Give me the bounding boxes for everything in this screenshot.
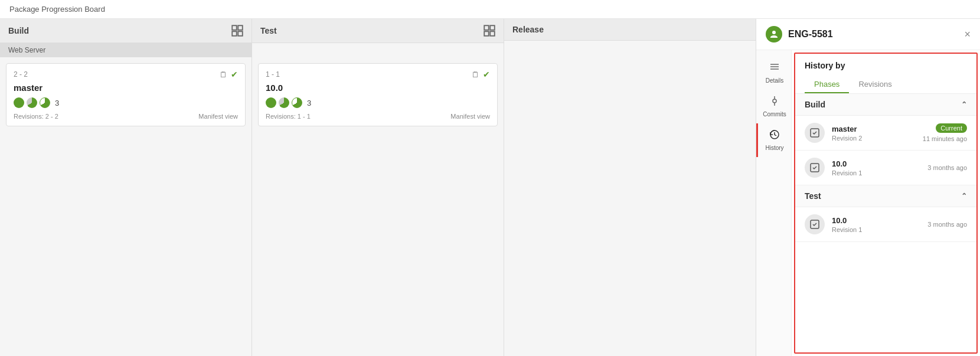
file-icon-10: 🗒	[472, 70, 479, 79]
revision-icon-10-test	[805, 214, 825, 234]
column-header-build: Build	[0, 19, 251, 43]
sidebar-content: Details Commits History	[756, 50, 980, 356]
manifest-link-master[interactable]: Manifest view	[198, 113, 238, 120]
phase-toggle-build[interactable]: ⌃	[961, 100, 967, 109]
nav-label-commits: Commits	[763, 111, 786, 117]
card-icons-master: 🗒 ✔	[220, 70, 238, 79]
file-icon-master: 🗒	[220, 70, 227, 79]
card-10: 1 - 1 🗒 ✔ 10.0 3	[258, 63, 498, 126]
revision-name-10-build: 10.0	[832, 159, 920, 168]
revision-time-10-build: 3 months ago	[927, 164, 967, 171]
revision-info-10-test: 10.0 Revision 1	[832, 216, 920, 233]
sidebar-avatar	[766, 26, 782, 43]
svg-point-11	[773, 99, 776, 103]
revision-info-10-build: 10.0 Revision 1	[832, 159, 920, 177]
history-body: Build ⌃ master Revision 2	[795, 94, 976, 352]
tabs-row: Phases Revisions	[805, 76, 967, 93]
column-icon-build[interactable]	[231, 25, 243, 37]
revision-icon-master	[805, 123, 825, 143]
status-dot-3b	[292, 97, 302, 108]
nav-item-details[interactable]: Details	[756, 56, 791, 90]
tab-phases[interactable]: Phases	[805, 76, 849, 93]
history-panel: History by Phases Revisions Build ⌃	[794, 53, 978, 354]
status-count-master: 3	[55, 99, 59, 107]
revision-sub-10-test: Revision 1	[832, 226, 920, 233]
card-icons-10: 🗒 ✔	[472, 70, 490, 79]
column-body-release	[504, 55, 756, 356]
card-id-10: 1 - 1	[266, 70, 280, 79]
close-button[interactable]: ×	[964, 28, 971, 41]
revision-item-master: master Revision 2 Current 11 minutes ago	[795, 116, 976, 151]
status-dot-2b	[279, 97, 289, 108]
revisions-label-master: Revisions: 2 - 2	[14, 113, 58, 120]
column-label-build: Build	[8, 26, 29, 35]
svg-rect-4	[484, 25, 489, 30]
main-area: Build Web Server 2 - 2 🗒 ✔	[0, 19, 980, 356]
check-icon-master: ✔	[231, 70, 238, 79]
revision-sub-master: Revision 2	[832, 135, 916, 142]
revision-meta-10-test: 3 months ago	[927, 221, 967, 228]
column-icon-test[interactable]	[484, 25, 495, 37]
column-body-build: 2 - 2 🗒 ✔ master 3	[0, 57, 251, 356]
sidebar: ENG-5581 × Details	[756, 19, 980, 356]
column-header-test: Test	[252, 19, 504, 43]
column-label-release: Release	[512, 25, 544, 34]
board-area: Build Web Server 2 - 2 🗒 ✔	[0, 19, 756, 356]
revision-icon-10-build	[805, 158, 825, 178]
status-icons-master: 3	[14, 97, 238, 108]
phase-section-build: Build ⌃ master Revision 2	[795, 94, 976, 185]
column-release: Release	[504, 19, 756, 356]
revision-info-master: master Revision 2	[832, 125, 916, 142]
check-icon-10: ✔	[483, 70, 490, 79]
page-title: Package Progression Board	[0, 0, 980, 19]
app-container: Package Progression Board Build Web Serv…	[0, 0, 980, 356]
manifest-link-10[interactable]: Manifest view	[450, 113, 490, 120]
svg-rect-5	[490, 25, 495, 30]
tab-revisions[interactable]: Revisions	[849, 76, 901, 93]
phase-toggle-test[interactable]: ⌃	[961, 192, 967, 200]
revision-meta-master: Current 11 minutes ago	[923, 123, 967, 142]
card-id-master: 2 - 2	[14, 70, 28, 79]
column-test: Test 1 - 1 🗒 ✔	[252, 19, 504, 356]
revisions-label-10: Revisions: 1 - 1	[266, 113, 311, 120]
nav-item-history[interactable]: History	[756, 123, 791, 157]
sidebar-nav: Details Commits History	[756, 50, 792, 356]
svg-rect-1	[238, 25, 243, 30]
current-badge: Current	[936, 123, 967, 133]
columns-container: Build Web Server 2 - 2 🗒 ✔	[0, 19, 756, 356]
revision-time-10-test: 3 months ago	[927, 221, 967, 228]
phase-name-build: Build	[805, 100, 825, 109]
revision-item-10-test: 10.0 Revision 1 3 months ago	[795, 207, 976, 242]
phase-header-test: Test ⌃	[795, 185, 976, 207]
nav-label-history: History	[765, 145, 783, 151]
history-by-label: History by	[805, 61, 967, 70]
phase-header-build: Build ⌃	[795, 94, 976, 116]
card-footer-master: Revisions: 2 - 2 Manifest view	[14, 113, 238, 120]
revision-name-10-test: 10.0	[832, 216, 920, 225]
status-dot-1b	[266, 97, 276, 108]
history-icon	[769, 129, 780, 143]
phase-section-test: Test ⌃ 10.0 Revision 1	[795, 185, 976, 242]
sidebar-eng-id: ENG-5581	[788, 29, 833, 40]
phase-name-test: Test	[805, 191, 821, 201]
card-header-10: 1 - 1 🗒 ✔	[266, 70, 490, 79]
group-label-test	[252, 43, 504, 57]
svg-rect-6	[484, 31, 489, 36]
nav-label-details: Details	[766, 77, 784, 84]
revision-sub-10-build: Revision 1	[832, 169, 920, 177]
card-master: 2 - 2 🗒 ✔ master 3	[6, 63, 246, 126]
nav-item-commits[interactable]: Commits	[756, 90, 791, 123]
column-header-release: Release	[504, 19, 756, 41]
sidebar-title-area: ENG-5581	[766, 26, 833, 43]
card-title-master: master	[14, 83, 238, 93]
group-label-release	[504, 41, 756, 55]
details-icon	[769, 62, 780, 76]
svg-rect-2	[232, 31, 237, 36]
revision-name-master: master	[832, 125, 916, 133]
card-footer-10: Revisions: 1 - 1 Manifest view	[266, 113, 490, 120]
svg-rect-7	[490, 31, 495, 36]
revision-item-10-build: 10.0 Revision 1 3 months ago	[795, 151, 976, 185]
status-dot-1	[14, 97, 24, 108]
svg-rect-0	[232, 25, 237, 30]
card-header-master: 2 - 2 🗒 ✔	[14, 70, 238, 79]
